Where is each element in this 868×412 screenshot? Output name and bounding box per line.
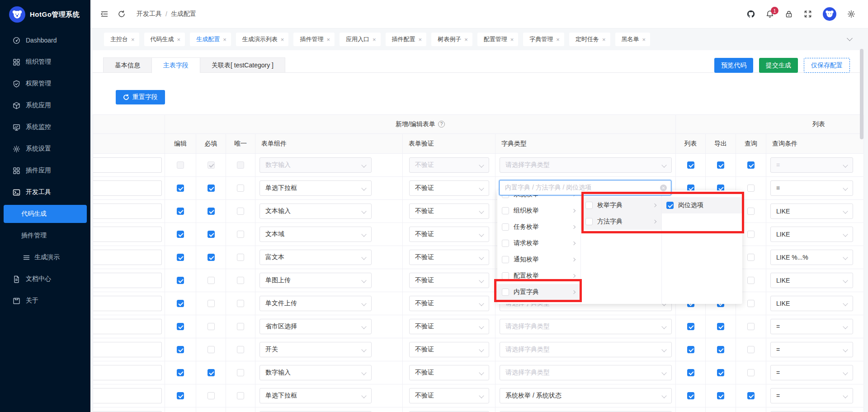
query-condition-select[interactable]: = — [770, 157, 853, 173]
close-icon[interactable]: × — [602, 36, 606, 43]
required-checkbox[interactable] — [208, 277, 215, 284]
tab-主表字段[interactable]: 主表字段 — [151, 57, 200, 73]
tab-chip-字典管理[interactable]: 字典管理× — [523, 33, 564, 46]
fullscreen-icon[interactable] — [804, 10, 812, 18]
list-checkbox[interactable] — [687, 161, 694, 169]
sidebar-item-关于[interactable]: 关于 — [0, 290, 90, 312]
sidebar-item-Dashboard[interactable]: Dashboard — [0, 29, 90, 51]
sidebar-item-系统监控[interactable]: 系统监控 — [0, 116, 90, 138]
unique-checkbox[interactable] — [237, 369, 244, 376]
option-checkbox[interactable] — [666, 202, 674, 209]
edit-checkbox[interactable] — [177, 161, 184, 169]
query-condition-select[interactable]: = — [770, 388, 853, 403]
list-checkbox[interactable] — [687, 323, 694, 330]
field-name-input[interactable] — [93, 157, 162, 173]
export-checkbox[interactable] — [717, 392, 724, 399]
edit-checkbox[interactable] — [177, 277, 184, 284]
required-checkbox[interactable] — [208, 392, 215, 399]
cascader-option-枚举字典[interactable]: 枚举字典 — [581, 197, 661, 213]
submit-generate-button[interactable]: 提交生成 — [759, 58, 798, 73]
sidebar-item-文档中心[interactable]: 文档中心 — [0, 268, 90, 290]
settings-gear-icon[interactable] — [847, 10, 855, 18]
required-checkbox[interactable] — [208, 300, 215, 307]
edit-checkbox[interactable] — [177, 254, 184, 261]
tab-chip-生成演示列表[interactable]: 生成演示列表× — [236, 33, 289, 46]
query-condition-select[interactable]: LIKE — [770, 204, 853, 219]
dict-type-cascader-input[interactable]: 内置字典 / 方法字典 / 岗位选项 ✕ — [499, 180, 671, 195]
export-checkbox[interactable] — [717, 369, 724, 376]
option-checkbox[interactable] — [502, 240, 509, 247]
form-component-select[interactable]: 单图上传 — [259, 273, 372, 288]
required-checkbox[interactable] — [208, 208, 215, 215]
form-component-select[interactable]: 单文件上传 — [259, 296, 372, 311]
unique-checkbox[interactable] — [237, 300, 244, 307]
edit-checkbox[interactable] — [177, 300, 184, 307]
tab-chip-黑名单[interactable]: 黑名单× — [615, 33, 651, 46]
close-icon[interactable]: × — [419, 36, 422, 43]
sidebar-item-开发工具[interactable]: 开发工具 — [0, 181, 90, 203]
sidebar-item-代码生成[interactable]: 代码生成 — [4, 205, 87, 223]
query-condition-select[interactable]: LIKE %...% — [770, 250, 853, 265]
tab-关联表[ testCategory ][interactable]: 关联表[ testCategory ] — [200, 57, 285, 73]
option-checkbox[interactable] — [502, 289, 509, 296]
option-checkbox[interactable] — [502, 272, 509, 279]
required-checkbox[interactable] — [208, 185, 215, 192]
close-icon[interactable]: × — [556, 36, 560, 43]
tab-chip-主控台[interactable]: 主控台× — [104, 33, 139, 46]
close-icon[interactable]: × — [223, 36, 226, 43]
field-name-input[interactable] — [93, 180, 162, 196]
form-component-select[interactable]: 文本域 — [259, 227, 372, 242]
option-checkbox[interactable] — [502, 207, 509, 214]
field-name-input[interactable] — [93, 388, 162, 403]
unique-checkbox[interactable] — [237, 208, 244, 215]
export-checkbox[interactable] — [717, 323, 724, 330]
export-checkbox[interactable] — [717, 161, 724, 169]
reset-fields-button[interactable]: 重置字段 — [116, 90, 165, 104]
form-validation-select[interactable]: 不验证 — [409, 365, 489, 380]
github-icon[interactable] — [747, 10, 755, 18]
query-checkbox[interactable] — [747, 254, 755, 261]
dict-type-select[interactable]: 系统枚举 / 系统状态 — [500, 388, 672, 403]
form-validation-select[interactable]: 不验证 — [409, 180, 489, 196]
unique-checkbox[interactable] — [237, 254, 244, 261]
cascader-option-岗位选项[interactable]: 岗位选项 — [662, 197, 742, 213]
query-condition-select[interactable]: LIKE — [770, 273, 853, 288]
notification-bell-icon[interactable]: 1 — [766, 10, 774, 18]
tab-chip-代码生成[interactable]: 代码生成× — [144, 33, 185, 46]
form-component-select[interactable]: 文本输入 — [259, 204, 372, 219]
edit-checkbox[interactable] — [177, 208, 184, 215]
option-checkbox[interactable] — [502, 256, 509, 263]
form-component-select[interactable]: 数字输入 — [259, 157, 372, 173]
form-component-select[interactable]: 省市区选择 — [259, 319, 372, 334]
query-checkbox[interactable] — [747, 392, 755, 399]
tab-基本信息[interactable]: 基本信息 — [103, 57, 151, 73]
query-condition-select[interactable]: = — [770, 365, 853, 380]
unique-checkbox[interactable] — [237, 346, 244, 353]
close-icon[interactable]: × — [131, 36, 135, 43]
breadcrumb-item-devtools[interactable]: 开发工具 — [137, 10, 162, 18]
form-component-select[interactable]: 单选下拉框 — [259, 388, 372, 403]
cascader-option-配置枚举[interactable]: 配置枚举 — [497, 268, 580, 284]
close-icon[interactable]: × — [642, 36, 646, 43]
form-validation-select[interactable]: 不验证 — [409, 227, 489, 242]
cascader-option-任务枚举[interactable]: 任务枚举 — [497, 219, 580, 235]
field-name-input[interactable] — [93, 296, 162, 311]
user-avatar[interactable] — [823, 7, 836, 21]
close-icon[interactable]: × — [373, 36, 376, 43]
tab-chip-应用入口[interactable]: 应用入口× — [340, 33, 381, 46]
query-checkbox[interactable] — [747, 346, 755, 353]
tab-chip-插件配置[interactable]: 插件配置× — [386, 33, 427, 46]
cascader-option-内置字典[interactable]: 内置字典 — [497, 284, 580, 300]
field-name-input[interactable] — [93, 342, 162, 357]
form-validation-select[interactable]: 不验证 — [409, 204, 489, 219]
lock-icon[interactable] — [785, 10, 793, 18]
tab-chip-树表例子[interactable]: 树表例子× — [431, 33, 472, 46]
required-checkbox[interactable] — [208, 231, 215, 238]
tabs-dropdown-icon[interactable] — [847, 35, 853, 41]
edit-checkbox[interactable] — [177, 185, 184, 192]
edit-checkbox[interactable] — [177, 392, 184, 399]
required-checkbox[interactable] — [208, 369, 215, 376]
list-checkbox[interactable] — [687, 369, 694, 376]
list-checkbox[interactable] — [687, 392, 694, 399]
unique-checkbox[interactable] — [237, 185, 244, 192]
